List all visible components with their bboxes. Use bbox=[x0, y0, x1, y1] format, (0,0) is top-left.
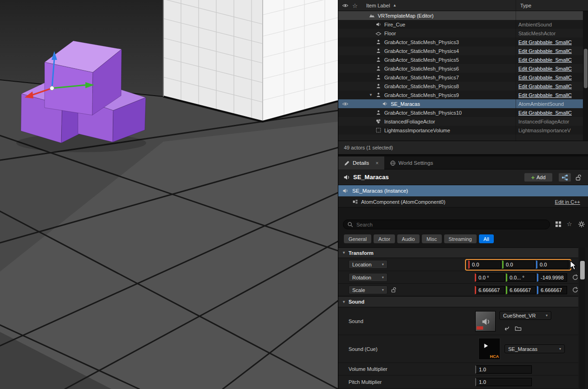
scale-y-field[interactable]: 6.666667 bbox=[506, 286, 536, 294]
cuesheet-dropdown[interactable]: CueSheet_VR ▾ bbox=[499, 311, 551, 320]
unreal-editor-window: ☆ Item Label ▲ Type VRTemplateMap (Edito… bbox=[0, 0, 588, 389]
outliner-scrollbar-thumb[interactable] bbox=[584, 49, 588, 88]
globe-icon bbox=[390, 160, 396, 166]
outliner-row-expanded[interactable]: ▼ GrabActor_StaticMesh_Physics9 Edit Gra… bbox=[338, 91, 588, 99]
search-bar[interactable] bbox=[343, 220, 550, 229]
lock-details-icon[interactable] bbox=[575, 174, 582, 181]
tab-world-settings[interactable]: World Settings bbox=[384, 156, 439, 169]
pin-column-icon[interactable]: ☆ bbox=[352, 2, 359, 9]
viewport-3d[interactable] bbox=[0, 0, 338, 389]
cue-thumbnail[interactable]: HCA bbox=[478, 338, 500, 360]
outliner-row[interactable]: GrabActor_StaticMesh_Physics6 Edit Grabb… bbox=[338, 64, 588, 73]
close-tab-icon[interactable]: × bbox=[375, 160, 378, 166]
edit-blueprint-link[interactable]: Edit Grabbable_SmallC bbox=[518, 66, 587, 71]
right-panel: ☆ Item Label ▲ Type VRTemplateMap (Edito… bbox=[338, 0, 588, 389]
favorites-icon[interactable]: ☆ bbox=[567, 220, 574, 228]
section-transform[interactable]: ▼ Transform bbox=[338, 247, 578, 258]
filter-streaming[interactable]: Streaming bbox=[444, 234, 477, 243]
outliner-row-world[interactable]: VRTemplateMap (Editor) bbox=[338, 11, 588, 20]
visibility-column-icon[interactable] bbox=[342, 2, 349, 9]
gizmo-origin bbox=[50, 86, 54, 91]
filter-all[interactable]: All bbox=[479, 234, 494, 243]
scale-x-field[interactable]: 6.666667 bbox=[475, 286, 505, 294]
filter-misc[interactable]: Misc bbox=[422, 234, 442, 243]
edit-blueprint-link[interactable]: Edit Grabbable_SmallC bbox=[518, 84, 587, 89]
instance-label: SE_Maracas (Instance) bbox=[352, 188, 408, 194]
column-header-type[interactable]: Type bbox=[520, 3, 531, 8]
outliner-tree: VRTemplateMap (Editor) Fire_Cue AmbientS… bbox=[338, 11, 588, 141]
row-type: AmbientSound bbox=[518, 22, 587, 27]
outliner-row-partial[interactable] bbox=[338, 135, 588, 141]
outliner-row[interactable]: Fire_Cue AmbientSound bbox=[338, 20, 588, 29]
edit-blueprint-link[interactable]: Edit Grabbable_SmallC bbox=[518, 39, 587, 45]
selected-actor-title: SE_Maracas bbox=[353, 174, 389, 181]
chevron-down-icon: ▾ bbox=[546, 313, 548, 318]
edit-blueprint-link[interactable]: Edit Grabbable_SmallC bbox=[518, 57, 587, 63]
sound-label: Sound bbox=[349, 318, 363, 324]
actor-icon bbox=[375, 39, 381, 45]
cuesheet-thumbnail[interactable] bbox=[475, 311, 496, 331]
speaker-icon bbox=[481, 317, 491, 327]
outliner-row[interactable]: LightmassImportanceVolume LightmassImpor… bbox=[338, 126, 588, 135]
pitch-multiplier-field[interactable]: 1.0 bbox=[475, 378, 532, 386]
cue-dropdown[interactable]: SE_Maracas ▾ bbox=[504, 344, 565, 353]
outliner-row[interactable]: GrabActor_StaticMesh_Physics10 Edit Grab… bbox=[338, 108, 588, 117]
filter-audio[interactable]: Audio bbox=[397, 234, 420, 243]
filter-actor[interactable]: Actor bbox=[374, 234, 395, 243]
scale-type-dropdown[interactable]: Scale ▾ bbox=[349, 285, 388, 294]
filter-general[interactable]: General bbox=[344, 234, 371, 243]
sort-ascending-icon[interactable]: ▲ bbox=[393, 3, 396, 7]
outliner-row[interactable]: GrabActor_StaticMesh_Physics8 Edit Grabb… bbox=[338, 82, 588, 91]
edit-blueprint-link[interactable]: Edit Grabbable_SmallC bbox=[518, 110, 587, 116]
reset-scale-icon[interactable] bbox=[572, 286, 579, 293]
volume-multiplier-label: Volume Multiplier bbox=[349, 366, 388, 372]
collapse-arrow-icon[interactable]: ▼ bbox=[369, 93, 373, 97]
component-row[interactable]: AtomComponent (AtomComponent0) Edit in C… bbox=[338, 196, 588, 207]
row-label: GrabActor_StaticMesh_Physics8 bbox=[384, 84, 459, 89]
display-options-icon[interactable] bbox=[555, 220, 562, 228]
edit-blueprint-link[interactable]: Edit Grabbable_SmallC bbox=[518, 92, 587, 98]
edit-in-cpp-link[interactable]: Edit in C++ bbox=[555, 199, 580, 205]
browse-asset-icon[interactable] bbox=[515, 325, 522, 332]
outliner-row[interactable]: GrabActor_StaticMesh_Physics3 Edit Grabb… bbox=[338, 38, 588, 46]
rotation-type-dropdown[interactable]: Rotation ▾ bbox=[349, 273, 388, 282]
search-input[interactable] bbox=[356, 222, 546, 227]
scale-lock-icon[interactable] bbox=[390, 286, 397, 293]
location-highlight-outline bbox=[465, 259, 571, 271]
search-icon bbox=[347, 221, 354, 228]
add-component-button[interactable]: + Add bbox=[524, 173, 553, 182]
level-icon bbox=[369, 13, 375, 19]
rotation-z-field[interactable]: -149.9998 bbox=[537, 273, 567, 282]
location-type-dropdown[interactable]: Location ▾ bbox=[349, 260, 388, 269]
settings-gear-icon[interactable] bbox=[578, 220, 585, 228]
outliner-row[interactable]: GrabActor_StaticMesh_Physics4 Edit Grabb… bbox=[338, 46, 588, 55]
column-header-item-label[interactable]: Item Label bbox=[366, 3, 390, 8]
instance-row[interactable]: SE_Maracas (Instance) bbox=[338, 185, 588, 196]
chevron-down-icon: ▾ bbox=[382, 262, 384, 266]
outliner-row-selected[interactable]: SE_Maracas AtomAmbientSound bbox=[338, 99, 588, 108]
actor-icon bbox=[375, 65, 381, 71]
row-label: GrabActor_StaticMesh_Physics3 bbox=[384, 39, 459, 45]
use-selected-asset-icon[interactable] bbox=[503, 325, 510, 332]
blueprint-hierarchy-button[interactable] bbox=[558, 173, 571, 182]
tab-details[interactable]: Details × bbox=[338, 156, 384, 169]
volume-multiplier-field[interactable]: 1.0 bbox=[475, 365, 532, 374]
rotation-x-field[interactable]: 0.0 ° bbox=[475, 273, 505, 282]
outliner-header: ☆ Item Label ▲ Type bbox=[338, 0, 588, 11]
outliner-row[interactable]: InstancedFoliageActor InstancedFoliageAc… bbox=[338, 117, 588, 126]
details-scrollbar-thumb[interactable] bbox=[580, 261, 585, 279]
outliner-row[interactable]: GrabActor_StaticMesh_Physics5 Edit Grabb… bbox=[338, 55, 588, 64]
add-label: Add bbox=[536, 175, 546, 180]
rotation-y-field[interactable]: 0.0... ° bbox=[506, 273, 536, 282]
actor-icon bbox=[375, 57, 381, 63]
scale-z-field[interactable]: 6.666667 bbox=[537, 286, 567, 294]
edit-blueprint-link[interactable]: Edit Grabbable_SmallC bbox=[518, 48, 587, 54]
reset-rotation-icon[interactable] bbox=[572, 274, 579, 281]
visibility-eye-icon[interactable] bbox=[342, 101, 349, 107]
edit-blueprint-link[interactable]: Edit Grabbable_SmallC bbox=[518, 75, 587, 80]
tab-label: Details bbox=[353, 160, 369, 166]
section-sound[interactable]: ▼ Sound bbox=[338, 296, 578, 307]
speaker-icon bbox=[343, 174, 350, 181]
outliner-row[interactable]: Floor StaticMeshActor bbox=[338, 29, 588, 38]
outliner-row[interactable]: GrabActor_StaticMesh_Physics7 Edit Grabb… bbox=[338, 73, 588, 82]
